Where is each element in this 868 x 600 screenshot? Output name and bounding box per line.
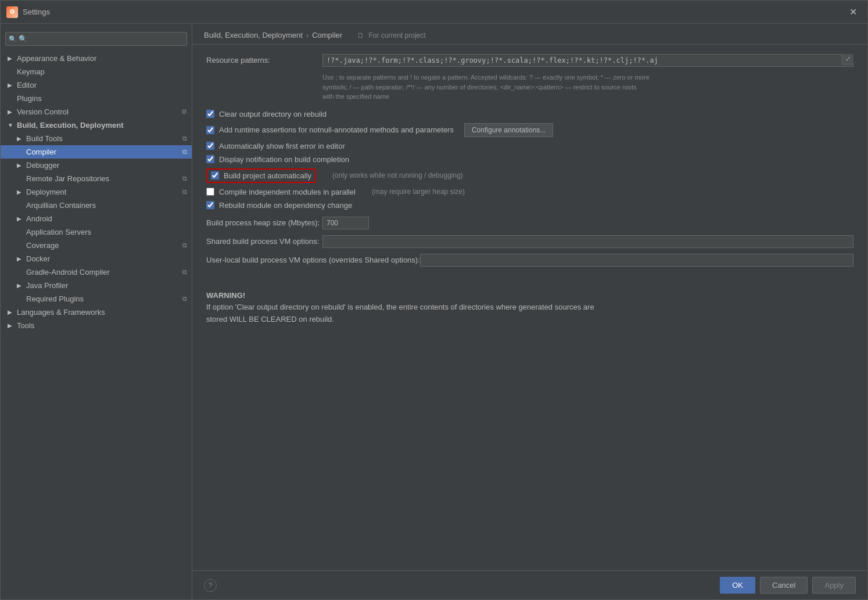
shared-vm-input[interactable] (322, 235, 853, 248)
sidebar-item-label: Application Servers (26, 228, 91, 236)
sidebar-item-version-control[interactable]: ▶ Version Control ⚙ (1, 105, 192, 118)
main-panel: Build, Execution, Deployment › Compiler … (192, 24, 867, 599)
sidebar-item-remote-jar[interactable]: Remote Jar Repositories ⧉ (1, 172, 192, 185)
breadcrumb-part1: Build, Execution, Deployment (204, 31, 303, 39)
checkbox-rebuild-label[interactable]: Rebuild module on dependency change (219, 201, 352, 210)
sidebar-item-app-servers[interactable]: Application Servers (1, 225, 192, 239)
sidebar-item-label: Debugger (26, 161, 59, 170)
search-input[interactable] (5, 32, 187, 46)
sidebar-item-keymap[interactable]: Keymap (1, 65, 192, 78)
sidebar-item-required-plugins[interactable]: Required Plugins ⧉ (1, 292, 192, 306)
sidebar-item-deployment[interactable]: ▶ Deployment ⧉ (1, 185, 192, 199)
build-auto-highlight: Build project automatically (206, 168, 316, 183)
chevron-right-icon: ▶ (8, 322, 15, 329)
spacer (17, 202, 24, 209)
chevron-right-icon: ▶ (17, 189, 24, 195)
spacer (17, 229, 24, 235)
resource-patterns-label: Resource patterns: (206, 54, 322, 64)
configure-annotations-button[interactable]: Configure annotations... (464, 123, 553, 137)
sidebar-item-label: Languages & Frameworks (17, 308, 105, 317)
sidebar-item-java-profiler[interactable]: ▶ Java Profiler (1, 279, 192, 292)
sidebar-item-build-execution[interactable]: ▼ Build, Execution, Deployment (1, 118, 192, 132)
sidebar-item-label: Android (26, 214, 52, 223)
checkbox-build-auto-label[interactable]: Build project automatically (224, 171, 311, 180)
heap-size-label: Build process heap size (Mbytes): (206, 217, 322, 227)
sidebar-item-label: Required Plugins (26, 294, 84, 303)
spacer (8, 95, 15, 102)
chevron-right-icon: ▶ (17, 162, 24, 168)
apply-button[interactable]: Apply (812, 577, 856, 594)
content-area: 🔍 ▶ Appearance & Behavior Keymap ▶ Edito… (1, 24, 867, 599)
warning-text: WARNING! If option 'Clear output directo… (206, 290, 853, 326)
checkbox-notification-label[interactable]: Display notification on build completion (219, 155, 349, 164)
sidebar-item-label: Compiler (26, 148, 56, 156)
warning-title: WARNING! (206, 291, 245, 300)
copy-icon: ⧉ (182, 242, 187, 249)
sidebar-item-appearance[interactable]: ▶ Appearance & Behavior (1, 52, 192, 65)
sidebar-item-debugger[interactable]: ▶ Debugger (1, 159, 192, 172)
search-icon: 🔍 (9, 35, 17, 43)
checkbox-clear-output: Clear output directory on rebuild (206, 110, 853, 118)
chevron-right-icon: ▶ (17, 215, 24, 222)
sidebar-item-plugins[interactable]: Plugins (1, 92, 192, 105)
form-area: Resource patterns: ⤢ Use ; to separate p… (192, 45, 867, 570)
expand-icon[interactable]: ⤢ (842, 54, 853, 64)
help-button[interactable]: ? (204, 579, 217, 592)
chevron-right-icon: ▶ (8, 109, 15, 115)
breadcrumb: Build, Execution, Deployment › Compiler … (192, 24, 867, 45)
sidebar-item-label: Gradle-Android Compiler (26, 268, 110, 276)
checkbox-assertions-input[interactable] (206, 126, 214, 134)
copy-icon: ⧉ (182, 295, 187, 303)
checkbox-clear-output-input[interactable] (206, 110, 214, 118)
spacer (17, 269, 24, 275)
sidebar-item-label: Editor (17, 81, 37, 89)
settings-icon: ⚙ (181, 108, 187, 116)
sidebar-item-compiler[interactable]: Compiler ⧉ (1, 145, 192, 159)
checkbox-build-auto-note: (only works while not running / debuggin… (332, 171, 463, 179)
sidebar-item-docker[interactable]: ▶ Docker (1, 252, 192, 265)
footer: ? OK Cancel Apply (192, 570, 867, 599)
close-button[interactable]: ✕ (845, 6, 862, 17)
user-vm-input[interactable] (420, 254, 853, 267)
sidebar-item-arquillian[interactable]: Arquillian Containers (1, 199, 192, 212)
sidebar-item-android[interactable]: ▶ Android (1, 212, 192, 225)
sidebar-item-label: Plugins (17, 94, 42, 103)
ok-button[interactable]: OK (720, 577, 755, 594)
sidebar-item-tools[interactable]: ▶ Tools (1, 319, 192, 332)
heap-size-input[interactable] (322, 217, 369, 229)
checkbox-parallel-note: (may require larger heap size) (372, 188, 465, 196)
user-vm-row: User-local build process VM options (ove… (206, 254, 853, 267)
heap-size-row: Build process heap size (Mbytes): (206, 217, 853, 229)
checkbox-parallel: Compile independent modules in parallel … (206, 188, 853, 196)
chevron-right-icon: ▶ (8, 309, 15, 315)
sidebar-item-editor[interactable]: ▶ Editor (1, 78, 192, 92)
spacer (17, 296, 24, 302)
checkbox-parallel-input[interactable] (206, 188, 214, 196)
resource-patterns-input[interactable] (322, 54, 853, 67)
checkbox-show-error-label[interactable]: Automatically show first error in editor (219, 142, 345, 150)
checkbox-rebuild-input[interactable] (206, 201, 214, 209)
checkbox-assertions-label[interactable]: Add runtime assertions for notnull-annot… (219, 125, 454, 134)
checkbox-clear-output-label[interactable]: Clear output directory on rebuild (219, 110, 327, 118)
checkbox-parallel-label[interactable]: Compile independent modules in parallel (219, 188, 356, 196)
sidebar-item-label: Version Control (17, 107, 69, 116)
settings-window: ⚙ Settings ✕ 🔍 ▶ Appearance & Behavior K… (0, 0, 868, 600)
breadcrumb-part2: Compiler (312, 31, 342, 39)
sidebar-item-build-tools[interactable]: ▶ Build Tools ⧉ (1, 132, 192, 145)
chevron-down-icon: ▼ (8, 122, 15, 128)
sidebar-item-label: Arquillian Containers (26, 201, 96, 210)
copy-icon: ⧉ (182, 188, 187, 196)
copy-icon: ⧉ (182, 148, 187, 156)
title-bar: ⚙ Settings ✕ (1, 1, 867, 24)
cancel-button[interactable]: Cancel (760, 577, 808, 594)
shared-vm-row: Shared build process VM options: (206, 235, 853, 248)
sidebar-item-coverage[interactable]: Coverage ⧉ (1, 239, 192, 252)
sidebar-item-gradle-android[interactable]: Gradle-Android Compiler ⧉ (1, 265, 192, 279)
checkbox-notification-input[interactable] (206, 155, 214, 163)
chevron-right-icon: ▶ (17, 282, 24, 289)
breadcrumb-separator: › (306, 31, 309, 39)
checkbox-build-auto-input[interactable] (211, 171, 219, 179)
checkbox-show-error-input[interactable] (206, 142, 214, 150)
spacer (17, 242, 24, 249)
sidebar-item-languages[interactable]: ▶ Languages & Frameworks (1, 306, 192, 319)
